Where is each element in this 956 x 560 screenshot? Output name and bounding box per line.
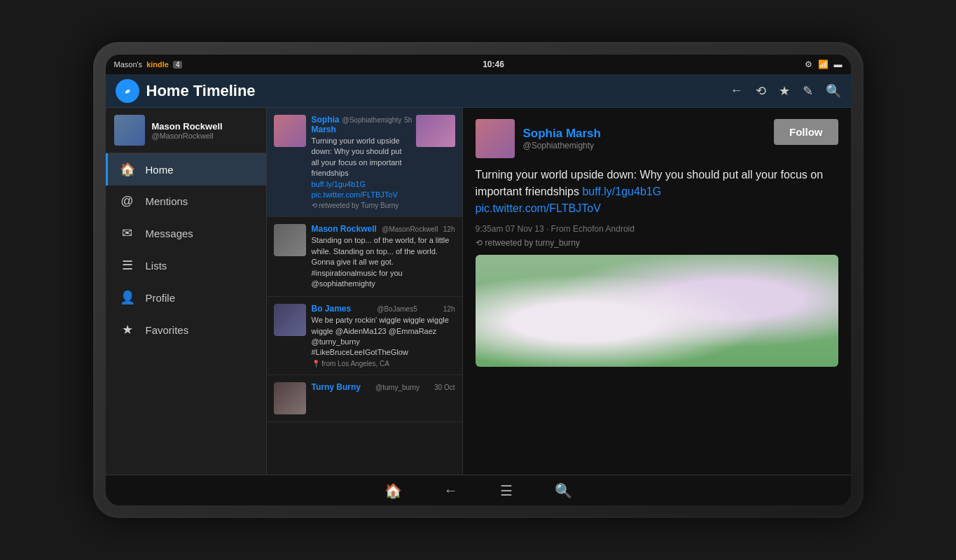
tweet-avatar-4: [274, 382, 306, 414]
bottom-back-icon[interactable]: ←: [444, 482, 458, 498]
tweet-link1-1[interactable]: buff.ly/1gu4b1G: [312, 180, 366, 188]
gear-icon: ⚙: [805, 59, 812, 69]
detail-image-inner: [476, 255, 838, 367]
tweet-retweet-1: ⟲ retweeted by Turny Burny: [312, 202, 410, 209]
tweet-body-4: Turny Burny @turny_burny 30 Oct: [312, 382, 455, 414]
tweet-handle-2: @MasonRockwell: [382, 225, 438, 233]
tweet-author-4: Turny Burny: [312, 382, 361, 392]
retweet-icon-detail: ⟲: [476, 238, 483, 248]
tweet-time-1: 5h: [404, 116, 412, 124]
tweet-image-thumb-1: [416, 115, 455, 147]
tweet-time-2: 12h: [443, 225, 455, 233]
user-avatar: [114, 115, 145, 146]
lists-icon: ☰: [119, 258, 136, 273]
user-profile-row: Mason Rockwell @MasonRockwell: [106, 108, 266, 153]
retweet-icon[interactable]: ⟲: [756, 83, 766, 99]
search-icon[interactable]: 🔍: [826, 83, 841, 99]
detail-user-info: Sophia Marsh @Sophiathemighty: [523, 127, 601, 150]
sidebar: Mason Rockwell @MasonRockwell 🏠 Home @ M…: [106, 108, 267, 475]
messages-icon: ✉: [119, 225, 136, 241]
bottom-menu-icon[interactable]: ☰: [500, 482, 513, 499]
tweet-item[interactable]: Turny Burny @turny_burny 30 Oct: [267, 375, 462, 422]
sidebar-item-profile[interactable]: 👤 Profile: [106, 281, 266, 314]
sidebar-item-profile-label: Profile: [146, 292, 176, 304]
detail-name: Sophia Marsh: [523, 127, 601, 141]
status-time: 10:46: [483, 59, 504, 69]
sidebar-item-home-label: Home: [146, 164, 174, 176]
detail-link2[interactable]: pic.twitter.com/FLTBJToV: [476, 202, 601, 214]
tweet-header-1: Sophia Marsh @Sophiathemighty 5h: [312, 115, 410, 134]
sidebar-item-favorites-label: Favorites: [146, 324, 189, 336]
detail-user-row: Sophia Marsh @Sophiathemighty Follow: [476, 119, 838, 158]
detail-image: [476, 255, 838, 367]
tweet-author-3: Bo James: [312, 304, 352, 314]
tweet-handle-4: @turny_burny: [375, 384, 420, 391]
device-name-label: Mason's: [114, 60, 143, 69]
tweet-handle-1: @Sophiathemighty: [342, 116, 402, 124]
profile-icon: 👤: [119, 290, 136, 305]
tweet-body-3: Bo James @BoJames5 12h We be party rocki…: [312, 304, 455, 368]
tweet-text-2: Standing on top... of the world, for a l…: [312, 235, 455, 289]
favorites-icon: ★: [119, 322, 136, 337]
tweet-location-3: 📍 from Los Angeles, CA: [312, 360, 455, 368]
tweet-handle-3: @BoJames5: [377, 305, 417, 313]
tweet-time-4: 30 Oct: [434, 384, 455, 391]
sidebar-item-messages-label: Messages: [146, 227, 193, 239]
wifi-icon: 📶: [818, 59, 829, 69]
sidebar-item-favorites[interactable]: ★ Favorites: [106, 314, 266, 346]
tweet-author-1: Sophia Marsh: [312, 115, 340, 134]
status-bar: Mason's kindle 4 10:46 ⚙ 📶 ▬: [106, 55, 851, 74]
favorite-icon[interactable]: ★: [779, 83, 790, 99]
kindle-label: kindle: [146, 60, 169, 69]
tweet-header-2: Mason Rockwell @MasonRockwell 12h: [312, 224, 455, 234]
tweet-author-2: Mason Rockwell: [312, 224, 377, 234]
header-left: Home Timeline: [116, 79, 256, 103]
tablet-device: Mason's kindle 4 10:46 ⚙ 📶 ▬ Home Timeli…: [93, 42, 864, 518]
user-handle: @MasonRockwell: [152, 132, 223, 140]
sidebar-item-mentions[interactable]: @ Mentions: [106, 186, 266, 217]
app-logo: [116, 79, 139, 103]
app-header: Home Timeline ← ⟲ ★ ✎ 🔍: [106, 74, 851, 108]
detail-tweet-text: Turning your world upside down: Why you …: [476, 167, 838, 217]
sidebar-item-messages[interactable]: ✉ Messages: [106, 217, 266, 249]
sidebar-item-lists-label: Lists: [146, 260, 167, 272]
detail-link1[interactable]: buff.ly/1gu4b1G: [582, 186, 661, 197]
tweet-avatar-1: [274, 115, 306, 147]
tweet-body-1: Sophia Marsh @Sophiathemighty 5h Turning…: [312, 115, 410, 209]
detail-handle: @Sophiathemighty: [523, 141, 601, 150]
detail-panel: Sophia Marsh @Sophiathemighty Follow Tur…: [463, 108, 851, 475]
tweet-text-3: We be party rockin' wiggle wiggle wiggle…: [312, 315, 455, 358]
detail-avatar: [476, 119, 515, 158]
header-actions: ← ⟲ ★ ✎ 🔍: [730, 83, 841, 99]
sidebar-item-lists[interactable]: ☰ Lists: [106, 249, 266, 281]
user-name: Mason Rockwell: [152, 121, 223, 132]
tweet-header-4: Turny Burny @turny_burny 30 Oct: [312, 382, 455, 392]
sidebar-item-mentions-label: Mentions: [146, 195, 188, 207]
tweet-item[interactable]: Bo James @BoJames5 12h We be party rocki…: [267, 297, 462, 375]
follow-button[interactable]: Follow: [774, 119, 838, 145]
tweet-link2-1[interactable]: pic.twitter.com/FLTBJToV: [312, 190, 398, 199]
back-icon[interactable]: ←: [730, 83, 743, 98]
bottom-search-icon[interactable]: 🔍: [555, 482, 572, 499]
tweet-text-1: Turning your world upside down: Why you …: [312, 136, 410, 200]
tweet-body-2: Mason Rockwell @MasonRockwell 12h Standi…: [312, 224, 455, 289]
tweet-time-3: 12h: [443, 305, 455, 313]
tweet-list: Sophia Marsh @Sophiathemighty 5h Turning…: [267, 108, 463, 475]
main-content: Mason Rockwell @MasonRockwell 🏠 Home @ M…: [106, 108, 851, 475]
app-title: Home Timeline: [146, 82, 256, 100]
sidebar-item-home[interactable]: 🏠 Home: [106, 153, 266, 186]
detail-user-left: Sophia Marsh @Sophiathemighty: [476, 119, 601, 158]
detail-meta: 9:35am 07 Nov 13 · From Echofon Android: [476, 224, 838, 234]
compose-icon[interactable]: ✎: [803, 83, 813, 99]
bottom-bar: 🏠 ← ☰ 🔍: [106, 475, 851, 505]
status-icons: ⚙ 📶 ▬: [805, 59, 843, 69]
tweet-avatar-3: [274, 304, 306, 336]
mentions-icon: @: [119, 194, 136, 209]
bottom-home-icon[interactable]: 🏠: [385, 482, 402, 499]
tweet-item[interactable]: Sophia Marsh @Sophiathemighty 5h Turning…: [267, 108, 462, 217]
tweet-header-3: Bo James @BoJames5 12h: [312, 304, 455, 314]
user-info: Mason Rockwell @MasonRockwell: [152, 121, 223, 140]
tweet-avatar-2: [274, 224, 306, 256]
tweet-item[interactable]: Mason Rockwell @MasonRockwell 12h Standi…: [267, 217, 462, 297]
status-left: Mason's kindle 4: [114, 60, 183, 69]
